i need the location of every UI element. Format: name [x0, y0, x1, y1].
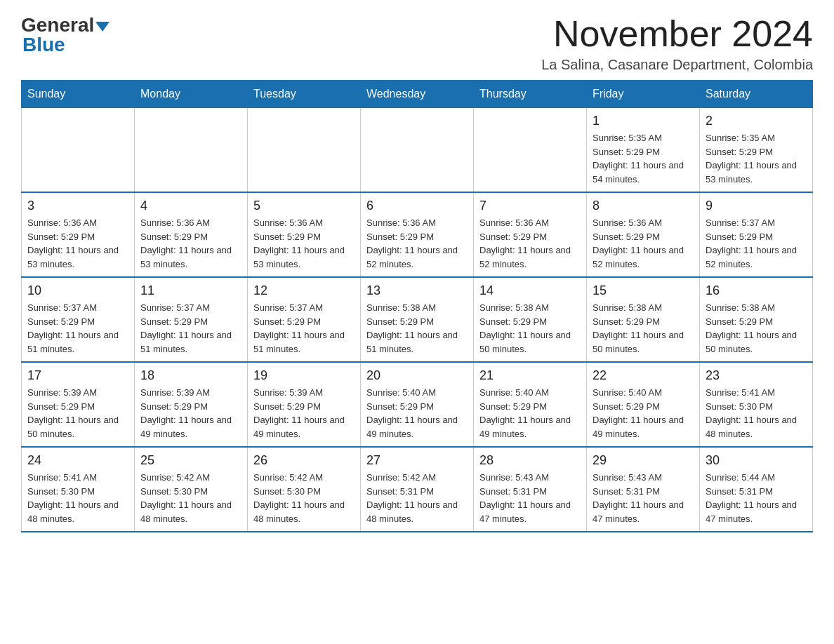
- calendar-cell: 29Sunrise: 5:43 AMSunset: 5:31 PMDayligh…: [587, 447, 700, 532]
- day-info: Sunrise: 5:36 AMSunset: 5:29 PMDaylight:…: [27, 216, 128, 271]
- day-info: Sunrise: 5:35 AMSunset: 5:29 PMDaylight:…: [706, 131, 807, 186]
- calendar-cell: [361, 108, 474, 193]
- day-info: Sunrise: 5:38 AMSunset: 5:29 PMDaylight:…: [593, 301, 694, 356]
- day-info: Sunrise: 5:36 AMSunset: 5:29 PMDaylight:…: [593, 216, 694, 271]
- day-info: Sunrise: 5:38 AMSunset: 5:29 PMDaylight:…: [366, 301, 468, 356]
- day-number: 23: [706, 368, 807, 383]
- day-number: 3: [27, 199, 128, 213]
- calendar-cell: [474, 108, 587, 193]
- day-info: Sunrise: 5:43 AMSunset: 5:31 PMDaylight:…: [479, 471, 581, 525]
- day-info: Sunrise: 5:41 AMSunset: 5:30 PMDaylight:…: [706, 386, 807, 441]
- calendar-cell: [135, 108, 248, 193]
- calendar-cell: 6Sunrise: 5:36 AMSunset: 5:29 PMDaylight…: [361, 192, 474, 277]
- day-number: 1: [593, 114, 694, 128]
- calendar-cell: [22, 108, 135, 193]
- day-number: 20: [366, 368, 468, 383]
- calendar-header-saturday: Saturday: [700, 81, 813, 108]
- day-number: 29: [593, 453, 694, 468]
- calendar-cell: 13Sunrise: 5:38 AMSunset: 5:29 PMDayligh…: [361, 277, 474, 362]
- calendar-cell: 7Sunrise: 5:36 AMSunset: 5:29 PMDaylight…: [474, 192, 587, 277]
- day-number: 5: [253, 199, 355, 213]
- day-number: 9: [706, 199, 807, 213]
- day-number: 8: [593, 199, 694, 213]
- calendar-week-4: 17Sunrise: 5:39 AMSunset: 5:29 PMDayligh…: [22, 362, 813, 447]
- calendar-header-monday: Monday: [135, 81, 248, 108]
- logo-triangle-icon: [95, 22, 110, 32]
- page-title: November 2024: [541, 14, 813, 54]
- day-info: Sunrise: 5:40 AMSunset: 5:29 PMDaylight:…: [366, 386, 468, 441]
- calendar-cell: 23Sunrise: 5:41 AMSunset: 5:30 PMDayligh…: [700, 362, 813, 447]
- day-number: 11: [140, 283, 241, 298]
- calendar-cell: 28Sunrise: 5:43 AMSunset: 5:31 PMDayligh…: [474, 447, 587, 532]
- day-info: Sunrise: 5:39 AMSunset: 5:29 PMDaylight:…: [140, 386, 241, 441]
- day-info: Sunrise: 5:42 AMSunset: 5:30 PMDaylight:…: [140, 471, 241, 525]
- logo-blue-text: Blue: [21, 34, 65, 56]
- day-info: Sunrise: 5:36 AMSunset: 5:29 PMDaylight:…: [253, 216, 355, 271]
- day-number: 18: [140, 368, 241, 383]
- day-info: Sunrise: 5:42 AMSunset: 5:30 PMDaylight:…: [253, 471, 355, 525]
- day-number: 6: [366, 199, 468, 213]
- page-subtitle: La Salina, Casanare Department, Colombia: [541, 57, 813, 73]
- day-info: Sunrise: 5:44 AMSunset: 5:31 PMDaylight:…: [706, 471, 807, 525]
- day-number: 13: [366, 283, 468, 298]
- day-info: Sunrise: 5:42 AMSunset: 5:31 PMDaylight:…: [366, 471, 468, 525]
- day-number: 4: [140, 199, 241, 213]
- calendar-cell: 30Sunrise: 5:44 AMSunset: 5:31 PMDayligh…: [700, 447, 813, 532]
- day-number: 28: [479, 453, 581, 468]
- calendar-cell: 14Sunrise: 5:38 AMSunset: 5:29 PMDayligh…: [474, 277, 587, 362]
- day-info: Sunrise: 5:39 AMSunset: 5:29 PMDaylight:…: [253, 386, 355, 441]
- header: General Blue November 2024 La Salina, Ca…: [21, 14, 813, 73]
- calendar-cell: 27Sunrise: 5:42 AMSunset: 5:31 PMDayligh…: [361, 447, 474, 532]
- day-number: 25: [140, 453, 241, 468]
- calendar-cell: 22Sunrise: 5:40 AMSunset: 5:29 PMDayligh…: [587, 362, 700, 447]
- day-info: Sunrise: 5:40 AMSunset: 5:29 PMDaylight:…: [593, 386, 694, 441]
- calendar-cell: 26Sunrise: 5:42 AMSunset: 5:30 PMDayligh…: [248, 447, 361, 532]
- day-number: 27: [366, 453, 468, 468]
- day-number: 19: [253, 368, 355, 383]
- calendar-header-thursday: Thursday: [474, 81, 587, 108]
- calendar-header-tuesday: Tuesday: [248, 81, 361, 108]
- calendar-cell: [248, 108, 361, 193]
- day-number: 21: [479, 368, 581, 383]
- day-number: 2: [706, 114, 807, 128]
- logo: General Blue: [21, 14, 110, 56]
- day-number: 15: [593, 283, 694, 298]
- day-info: Sunrise: 5:36 AMSunset: 5:29 PMDaylight:…: [140, 216, 241, 271]
- calendar-cell: 2Sunrise: 5:35 AMSunset: 5:29 PMDaylight…: [700, 108, 813, 193]
- day-info: Sunrise: 5:38 AMSunset: 5:29 PMDaylight:…: [479, 301, 581, 356]
- day-number: 12: [253, 283, 355, 298]
- day-number: 30: [706, 453, 807, 468]
- day-info: Sunrise: 5:37 AMSunset: 5:29 PMDaylight:…: [253, 301, 355, 356]
- day-info: Sunrise: 5:41 AMSunset: 5:30 PMDaylight:…: [27, 471, 128, 525]
- calendar-cell: 8Sunrise: 5:36 AMSunset: 5:29 PMDaylight…: [587, 192, 700, 277]
- calendar-cell: 9Sunrise: 5:37 AMSunset: 5:29 PMDaylight…: [700, 192, 813, 277]
- calendar-cell: 18Sunrise: 5:39 AMSunset: 5:29 PMDayligh…: [135, 362, 248, 447]
- calendar-cell: 24Sunrise: 5:41 AMSunset: 5:30 PMDayligh…: [22, 447, 135, 532]
- day-info: Sunrise: 5:43 AMSunset: 5:31 PMDaylight:…: [593, 471, 694, 525]
- calendar-cell: 5Sunrise: 5:36 AMSunset: 5:29 PMDaylight…: [248, 192, 361, 277]
- title-area: November 2024 La Salina, Casanare Depart…: [541, 14, 813, 73]
- calendar-cell: 12Sunrise: 5:37 AMSunset: 5:29 PMDayligh…: [248, 277, 361, 362]
- calendar-cell: 20Sunrise: 5:40 AMSunset: 5:29 PMDayligh…: [361, 362, 474, 447]
- day-info: Sunrise: 5:38 AMSunset: 5:29 PMDaylight:…: [706, 301, 807, 356]
- calendar-cell: 1Sunrise: 5:35 AMSunset: 5:29 PMDaylight…: [587, 108, 700, 193]
- day-number: 10: [27, 283, 128, 298]
- calendar-header-row: SundayMondayTuesdayWednesdayThursdayFrid…: [22, 81, 813, 108]
- calendar-cell: 11Sunrise: 5:37 AMSunset: 5:29 PMDayligh…: [135, 277, 248, 362]
- calendar-cell: 10Sunrise: 5:37 AMSunset: 5:29 PMDayligh…: [22, 277, 135, 362]
- day-info: Sunrise: 5:40 AMSunset: 5:29 PMDaylight:…: [479, 386, 581, 441]
- calendar-week-3: 10Sunrise: 5:37 AMSunset: 5:29 PMDayligh…: [22, 277, 813, 362]
- day-number: 14: [479, 283, 581, 298]
- calendar-cell: 17Sunrise: 5:39 AMSunset: 5:29 PMDayligh…: [22, 362, 135, 447]
- day-number: 16: [706, 283, 807, 298]
- day-number: 7: [479, 199, 581, 213]
- day-number: 22: [593, 368, 694, 383]
- calendar-cell: 21Sunrise: 5:40 AMSunset: 5:29 PMDayligh…: [474, 362, 587, 447]
- calendar-header-sunday: Sunday: [22, 81, 135, 108]
- day-number: 17: [27, 368, 128, 383]
- day-info: Sunrise: 5:37 AMSunset: 5:29 PMDaylight:…: [706, 216, 807, 271]
- day-number: 26: [253, 453, 355, 468]
- calendar-header-friday: Friday: [587, 81, 700, 108]
- day-info: Sunrise: 5:36 AMSunset: 5:29 PMDaylight:…: [366, 216, 468, 271]
- day-info: Sunrise: 5:37 AMSunset: 5:29 PMDaylight:…: [140, 301, 241, 356]
